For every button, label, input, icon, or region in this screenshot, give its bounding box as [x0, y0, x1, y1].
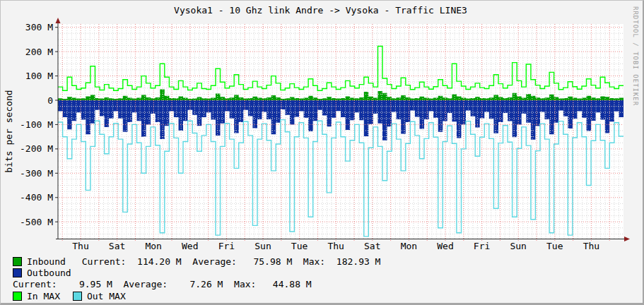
x-tick-label: Sat — [364, 241, 380, 251]
x-tick-label: Mon — [401, 241, 417, 251]
x-tick-label: Tue — [291, 241, 308, 251]
y-tick-label: -500 M — [20, 217, 53, 227]
x-tick-label: Sun — [254, 241, 271, 251]
y-axis-label: bits per second — [4, 90, 14, 172]
inbound-stats: Current: 114.20 M Average: 75.98 M Max: … — [82, 256, 381, 267]
x-tick-label: Fri — [218, 241, 235, 251]
x-axis-arrow — [624, 237, 630, 241]
y-tick-label: -300 M — [20, 168, 53, 179]
legend-row-outbound: Outbound — [13, 267, 380, 278]
in-max-swatch — [13, 292, 22, 301]
outbound-swatch — [13, 268, 22, 277]
x-tick-label: Sun — [510, 241, 526, 251]
outbound-label: Outbound — [27, 268, 71, 278]
out-max-label: Out MAX — [87, 291, 126, 301]
in-max-label: In MAX — [27, 291, 60, 301]
legend-row-max: In MAX Out MAX — [13, 290, 380, 301]
x-tick-label: Thu — [327, 241, 344, 251]
y-tick-label: -100 M — [20, 119, 53, 130]
y-tick-label: 200 M — [25, 47, 53, 57]
y-tick-label: 300 M — [25, 22, 53, 32]
out-max-swatch — [73, 292, 82, 301]
x-tick-label: Thu — [583, 241, 599, 251]
y-tick-label: -400 M — [20, 192, 53, 203]
y-tick-label: -200 M — [20, 143, 53, 154]
y-tick-label: 0 — [47, 95, 53, 106]
x-tick-label: Fri — [474, 241, 490, 251]
x-tick-label: Mon — [145, 241, 161, 251]
x-tick-label: Tue — [546, 241, 563, 251]
x-tick-label: Wed — [437, 241, 453, 251]
inbound-label: Inbound — [27, 256, 66, 267]
y-tick-label: 100 M — [25, 71, 53, 81]
chart-legend: Inbound Current: 114.20 M Average: 75.98… — [13, 256, 380, 302]
x-tick-label: Thu — [72, 241, 88, 251]
rrdtool-watermark: RRDTOOL / TOBI OETIKER — [632, 6, 639, 106]
rrd-graph-window: 300 M200 M100 M0-100 M-200 M-300 M-400 M… — [0, 0, 644, 305]
inbound-swatch — [13, 257, 22, 266]
y-axis-arrow — [56, 18, 61, 23]
legend-row-inbound: Inbound Current: 114.20 M Average: 75.98… — [13, 256, 380, 267]
legend-row-outbound-stats: Current: 9.95 M Average: 7.26 M Max: 44.… — [13, 279, 380, 290]
chart-title: Vysoka1 - 10 Ghz link Andre -> Vysoka - … — [1, 5, 640, 16]
x-tick-label: Wed — [182, 241, 198, 251]
outbound-stats: Current: 9.95 M Average: 7.26 M Max: 44.… — [13, 279, 312, 289]
x-tick-label: Sat — [109, 241, 125, 251]
